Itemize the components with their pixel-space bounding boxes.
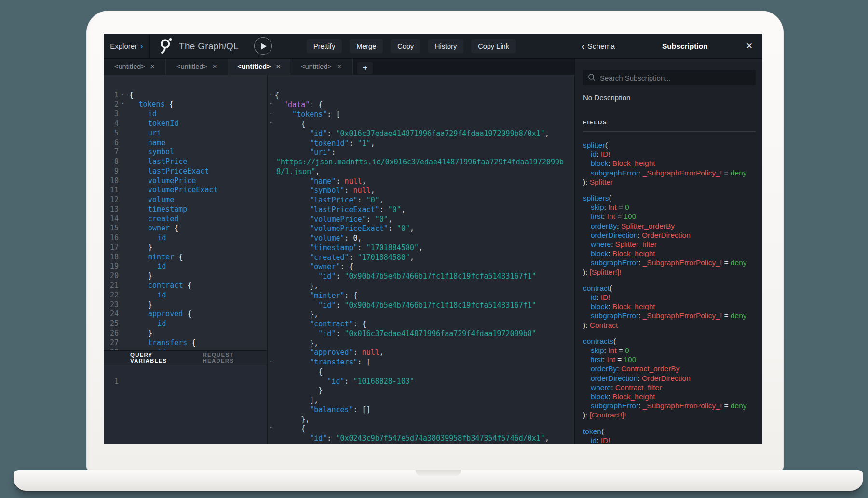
code-token: first (591, 212, 603, 220)
tab-untitled-2[interactable]: <untitled>✕ (166, 59, 228, 75)
code-token: : (608, 302, 612, 310)
tab-close-icon[interactable]: ✕ (213, 64, 217, 70)
code-token: id (591, 150, 597, 158)
close-icon[interactable]: ✕ (746, 41, 753, 51)
code-token: "0" (366, 196, 380, 204)
toolbar: PrettifyMergeCopyHistoryCopy Link (307, 39, 516, 53)
code-token: id (158, 233, 166, 242)
doc-field-arg: block: Block_height (583, 392, 756, 401)
code-text: symbol (129, 148, 174, 156)
result-line: }, (268, 339, 574, 349)
tab-request-headers[interactable]: REQUEST HEADERS (203, 352, 267, 363)
code-token: Block_height (612, 302, 655, 310)
code-token: 0 (353, 234, 358, 242)
variables-editor[interactable]: 1 (104, 365, 267, 444)
fold-arrow-icon[interactable]: ▾ (122, 101, 124, 106)
code-token: : (604, 203, 609, 211)
doc-field-return[interactable]: ): [Contract!]! (583, 410, 756, 419)
code-token: Int (608, 346, 616, 354)
code-text: volumePriceExact (129, 186, 218, 194)
fold-arrow-icon[interactable]: ▾ (270, 111, 272, 116)
code-line: 20} (104, 271, 267, 281)
execute-query-button[interactable] (254, 37, 272, 55)
code-token: { (169, 100, 174, 108)
results-viewer[interactable]: ▾{▾"data": {▾"tokens": [▾{"id": "0x016c3… (267, 75, 574, 444)
code-token: "volumePrice" (310, 215, 366, 224)
result-line: "lastPriceExact": "0", (268, 205, 574, 215)
code-token: minter (148, 253, 178, 261)
code-token: ID! (601, 150, 610, 158)
code-token: { (301, 120, 305, 128)
code-token: } (148, 300, 152, 309)
code-token: Splitter (590, 178, 613, 186)
line-number: 7 (104, 148, 119, 156)
tab-untitled-4[interactable]: <untitled>✕ (290, 59, 353, 75)
history-button[interactable]: History (428, 39, 463, 53)
code-token: "id" (310, 129, 327, 138)
code-token: "0x90b47b5e4b7466b17fc1f18c19fcfa5143316… (344, 272, 536, 281)
doc-field-name[interactable]: contract( (583, 283, 756, 293)
line-number: 9 (104, 167, 119, 175)
code-token: : (638, 402, 643, 410)
doc-field-return[interactable]: ): Contract (583, 321, 756, 330)
code-token: : (336, 272, 344, 281)
doc-field-name[interactable]: contracts( (583, 336, 756, 346)
tab-untitled-1[interactable]: <untitled>✕ (104, 59, 166, 75)
fold-arrow-icon[interactable]: ▾ (122, 92, 124, 96)
fold-arrow-icon[interactable]: ▾ (270, 425, 272, 430)
tab-close-icon[interactable]: ✕ (276, 64, 281, 70)
code-token: : (327, 129, 336, 138)
line-number: 26 (104, 329, 119, 337)
tab-close-icon[interactable]: ✕ (337, 64, 341, 70)
variables-toolbar: QUERY VARIABLES REQUEST HEADERS (104, 350, 267, 365)
fold-arrow-icon[interactable]: ▾ (270, 92, 272, 97)
doc-field-name[interactable]: splitters( (583, 193, 756, 202)
code-token: { (191, 338, 196, 347)
copy-button[interactable]: Copy (391, 39, 420, 53)
code-token: ): (583, 411, 590, 419)
line-number: 14 (104, 215, 119, 223)
line-number: 8 (104, 157, 119, 166)
copy-link-button[interactable]: Copy Link (471, 39, 515, 53)
code-text: "uri": (275, 148, 336, 157)
doc-field-arg: orderBy: Contract_orderBy (583, 364, 756, 373)
doc-field-name[interactable]: splitter( (583, 140, 756, 149)
code-token: : (380, 205, 388, 214)
query-editor[interactable]: 1▾{2▾tokens {3id4tokenId5uri6name7symbol… (104, 75, 267, 444)
code-token: }, (310, 282, 318, 290)
fold-arrow-icon[interactable]: ▾ (270, 359, 272, 363)
doc-field-arg: first: Int = 100 (583, 355, 756, 364)
code-token: skip (591, 203, 604, 211)
result-line: "uri": (268, 148, 574, 158)
doc-field-return[interactable]: ): [Splitter!]! (583, 268, 756, 277)
code-token: ( (601, 427, 604, 435)
docs-back-link[interactable]: ‹ Schema (582, 41, 615, 51)
code-token: [Contract!]! (590, 411, 626, 419)
tab-untitled-3[interactable]: <untitled>✕ (228, 59, 290, 75)
brand: The GraphiQL (160, 38, 239, 54)
prettify-button[interactable]: Prettify (307, 39, 342, 53)
code-token: "lastPriceExact" (310, 205, 380, 214)
doc-field-arg: subgraphError: _SubgraphErrorPolicy_! = … (583, 258, 756, 267)
fold-arrow-icon[interactable]: ▾ (270, 101, 272, 106)
doc-field-name[interactable]: token( (583, 427, 756, 436)
code-token: id (158, 262, 166, 270)
code-text: contract { (129, 281, 191, 290)
add-tab-button[interactable]: + (357, 62, 373, 74)
tab-close-icon[interactable]: ✕ (150, 64, 155, 70)
explorer-toggle[interactable]: Explorer › (104, 34, 150, 58)
doc-field-return[interactable]: ): Splitter (583, 177, 756, 187)
docs-search-input[interactable] (600, 74, 751, 82)
workspace: <untitled>✕<untitled>✕<untitled>✕<untitl… (104, 59, 762, 444)
code-text: "https://json.madnfts.io/0x016c37edae414… (276, 158, 564, 166)
docs-title: Subscription (662, 42, 708, 51)
code-token: subgraphError (591, 402, 638, 410)
code-token: "data" (284, 100, 310, 109)
fold-arrow-icon[interactable]: ▾ (270, 121, 272, 125)
code-token: ): (583, 321, 590, 329)
result-line: "volumePriceExact": "0", (268, 224, 574, 234)
tab-query-variables[interactable]: QUERY VARIABLES (130, 352, 191, 363)
code-token: : { (340, 262, 353, 271)
code-token: "id" (318, 272, 336, 281)
merge-button[interactable]: Merge (350, 39, 383, 53)
